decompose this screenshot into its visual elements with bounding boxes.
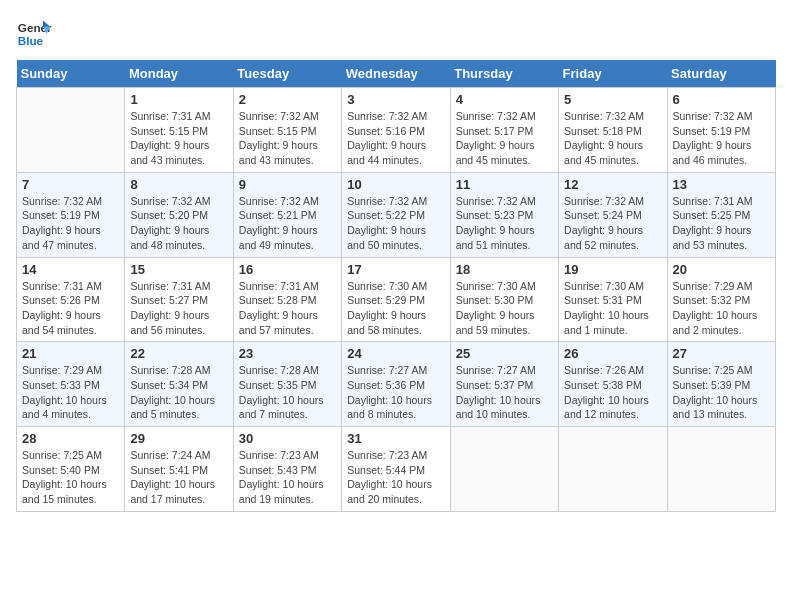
- day-of-week-header: Monday: [125, 60, 233, 88]
- day-detail: Sunrise: 7:32 AMSunset: 5:24 PMDaylight:…: [564, 194, 661, 253]
- calendar-cell: 23Sunrise: 7:28 AMSunset: 5:35 PMDayligh…: [233, 342, 341, 427]
- calendar-cell: 21Sunrise: 7:29 AMSunset: 5:33 PMDayligh…: [17, 342, 125, 427]
- calendar-week-row: 14Sunrise: 7:31 AMSunset: 5:26 PMDayligh…: [17, 257, 776, 342]
- day-detail: Sunrise: 7:32 AMSunset: 5:19 PMDaylight:…: [673, 109, 770, 168]
- calendar-cell: 19Sunrise: 7:30 AMSunset: 5:31 PMDayligh…: [559, 257, 667, 342]
- day-number: 14: [22, 262, 119, 277]
- day-detail: Sunrise: 7:24 AMSunset: 5:41 PMDaylight:…: [130, 448, 227, 507]
- calendar-cell: 25Sunrise: 7:27 AMSunset: 5:37 PMDayligh…: [450, 342, 558, 427]
- calendar-cell: 29Sunrise: 7:24 AMSunset: 5:41 PMDayligh…: [125, 427, 233, 512]
- calendar-cell: 18Sunrise: 7:30 AMSunset: 5:30 PMDayligh…: [450, 257, 558, 342]
- calendar-cell: 3Sunrise: 7:32 AMSunset: 5:16 PMDaylight…: [342, 88, 450, 173]
- day-number: 8: [130, 177, 227, 192]
- day-detail: Sunrise: 7:29 AMSunset: 5:32 PMDaylight:…: [673, 279, 770, 338]
- day-number: 29: [130, 431, 227, 446]
- day-detail: Sunrise: 7:32 AMSunset: 5:15 PMDaylight:…: [239, 109, 336, 168]
- calendar-cell: [559, 427, 667, 512]
- calendar-cell: 6Sunrise: 7:32 AMSunset: 5:19 PMDaylight…: [667, 88, 775, 173]
- day-number: 16: [239, 262, 336, 277]
- calendar-cell: 22Sunrise: 7:28 AMSunset: 5:34 PMDayligh…: [125, 342, 233, 427]
- day-detail: Sunrise: 7:26 AMSunset: 5:38 PMDaylight:…: [564, 363, 661, 422]
- day-detail: Sunrise: 7:31 AMSunset: 5:25 PMDaylight:…: [673, 194, 770, 253]
- day-detail: Sunrise: 7:30 AMSunset: 5:30 PMDaylight:…: [456, 279, 553, 338]
- day-number: 20: [673, 262, 770, 277]
- header: General Blue: [16, 16, 776, 52]
- day-detail: Sunrise: 7:25 AMSunset: 5:40 PMDaylight:…: [22, 448, 119, 507]
- calendar-week-row: 1Sunrise: 7:31 AMSunset: 5:15 PMDaylight…: [17, 88, 776, 173]
- calendar-cell: [17, 88, 125, 173]
- day-number: 19: [564, 262, 661, 277]
- calendar-cell: 7Sunrise: 7:32 AMSunset: 5:19 PMDaylight…: [17, 172, 125, 257]
- calendar-cell: 12Sunrise: 7:32 AMSunset: 5:24 PMDayligh…: [559, 172, 667, 257]
- day-detail: Sunrise: 7:30 AMSunset: 5:29 PMDaylight:…: [347, 279, 444, 338]
- day-number: 27: [673, 346, 770, 361]
- day-number: 1: [130, 92, 227, 107]
- calendar-cell: 24Sunrise: 7:27 AMSunset: 5:36 PMDayligh…: [342, 342, 450, 427]
- day-number: 7: [22, 177, 119, 192]
- calendar-cell: 30Sunrise: 7:23 AMSunset: 5:43 PMDayligh…: [233, 427, 341, 512]
- day-number: 15: [130, 262, 227, 277]
- logo-icon: General Blue: [16, 16, 52, 52]
- calendar-cell: 10Sunrise: 7:32 AMSunset: 5:22 PMDayligh…: [342, 172, 450, 257]
- day-of-week-header: Wednesday: [342, 60, 450, 88]
- calendar-cell: 15Sunrise: 7:31 AMSunset: 5:27 PMDayligh…: [125, 257, 233, 342]
- days-header-row: SundayMondayTuesdayWednesdayThursdayFrid…: [17, 60, 776, 88]
- day-detail: Sunrise: 7:30 AMSunset: 5:31 PMDaylight:…: [564, 279, 661, 338]
- day-number: 28: [22, 431, 119, 446]
- day-number: 5: [564, 92, 661, 107]
- calendar-week-row: 28Sunrise: 7:25 AMSunset: 5:40 PMDayligh…: [17, 427, 776, 512]
- day-detail: Sunrise: 7:31 AMSunset: 5:28 PMDaylight:…: [239, 279, 336, 338]
- day-number: 2: [239, 92, 336, 107]
- calendar-body: 1Sunrise: 7:31 AMSunset: 5:15 PMDaylight…: [17, 88, 776, 512]
- calendar-cell: 13Sunrise: 7:31 AMSunset: 5:25 PMDayligh…: [667, 172, 775, 257]
- day-detail: Sunrise: 7:31 AMSunset: 5:27 PMDaylight:…: [130, 279, 227, 338]
- calendar-cell: [667, 427, 775, 512]
- day-number: 11: [456, 177, 553, 192]
- calendar-week-row: 7Sunrise: 7:32 AMSunset: 5:19 PMDaylight…: [17, 172, 776, 257]
- day-detail: Sunrise: 7:32 AMSunset: 5:21 PMDaylight:…: [239, 194, 336, 253]
- day-detail: Sunrise: 7:31 AMSunset: 5:15 PMDaylight:…: [130, 109, 227, 168]
- day-detail: Sunrise: 7:32 AMSunset: 5:17 PMDaylight:…: [456, 109, 553, 168]
- day-detail: Sunrise: 7:27 AMSunset: 5:36 PMDaylight:…: [347, 363, 444, 422]
- day-number: 24: [347, 346, 444, 361]
- day-number: 22: [130, 346, 227, 361]
- day-number: 23: [239, 346, 336, 361]
- day-number: 4: [456, 92, 553, 107]
- day-of-week-header: Thursday: [450, 60, 558, 88]
- day-of-week-header: Friday: [559, 60, 667, 88]
- day-detail: Sunrise: 7:31 AMSunset: 5:26 PMDaylight:…: [22, 279, 119, 338]
- calendar-cell: 9Sunrise: 7:32 AMSunset: 5:21 PMDaylight…: [233, 172, 341, 257]
- day-of-week-header: Saturday: [667, 60, 775, 88]
- svg-text:Blue: Blue: [18, 34, 44, 47]
- day-number: 26: [564, 346, 661, 361]
- day-detail: Sunrise: 7:32 AMSunset: 5:20 PMDaylight:…: [130, 194, 227, 253]
- calendar-cell: 20Sunrise: 7:29 AMSunset: 5:32 PMDayligh…: [667, 257, 775, 342]
- calendar-cell: 5Sunrise: 7:32 AMSunset: 5:18 PMDaylight…: [559, 88, 667, 173]
- day-number: 10: [347, 177, 444, 192]
- calendar-cell: 27Sunrise: 7:25 AMSunset: 5:39 PMDayligh…: [667, 342, 775, 427]
- day-number: 25: [456, 346, 553, 361]
- calendar-week-row: 21Sunrise: 7:29 AMSunset: 5:33 PMDayligh…: [17, 342, 776, 427]
- day-detail: Sunrise: 7:23 AMSunset: 5:43 PMDaylight:…: [239, 448, 336, 507]
- day-detail: Sunrise: 7:32 AMSunset: 5:19 PMDaylight:…: [22, 194, 119, 253]
- day-number: 6: [673, 92, 770, 107]
- day-detail: Sunrise: 7:32 AMSunset: 5:18 PMDaylight:…: [564, 109, 661, 168]
- calendar-cell: [450, 427, 558, 512]
- day-number: 30: [239, 431, 336, 446]
- calendar-cell: 16Sunrise: 7:31 AMSunset: 5:28 PMDayligh…: [233, 257, 341, 342]
- day-number: 17: [347, 262, 444, 277]
- calendar-cell: 2Sunrise: 7:32 AMSunset: 5:15 PMDaylight…: [233, 88, 341, 173]
- logo: General Blue: [16, 16, 52, 52]
- day-detail: Sunrise: 7:32 AMSunset: 5:22 PMDaylight:…: [347, 194, 444, 253]
- day-number: 18: [456, 262, 553, 277]
- calendar-cell: 1Sunrise: 7:31 AMSunset: 5:15 PMDaylight…: [125, 88, 233, 173]
- day-number: 9: [239, 177, 336, 192]
- calendar-table: SundayMondayTuesdayWednesdayThursdayFrid…: [16, 60, 776, 512]
- calendar-cell: 8Sunrise: 7:32 AMSunset: 5:20 PMDaylight…: [125, 172, 233, 257]
- day-number: 12: [564, 177, 661, 192]
- calendar-cell: 31Sunrise: 7:23 AMSunset: 5:44 PMDayligh…: [342, 427, 450, 512]
- calendar-cell: 28Sunrise: 7:25 AMSunset: 5:40 PMDayligh…: [17, 427, 125, 512]
- calendar-cell: 11Sunrise: 7:32 AMSunset: 5:23 PMDayligh…: [450, 172, 558, 257]
- day-detail: Sunrise: 7:32 AMSunset: 5:16 PMDaylight:…: [347, 109, 444, 168]
- day-detail: Sunrise: 7:27 AMSunset: 5:37 PMDaylight:…: [456, 363, 553, 422]
